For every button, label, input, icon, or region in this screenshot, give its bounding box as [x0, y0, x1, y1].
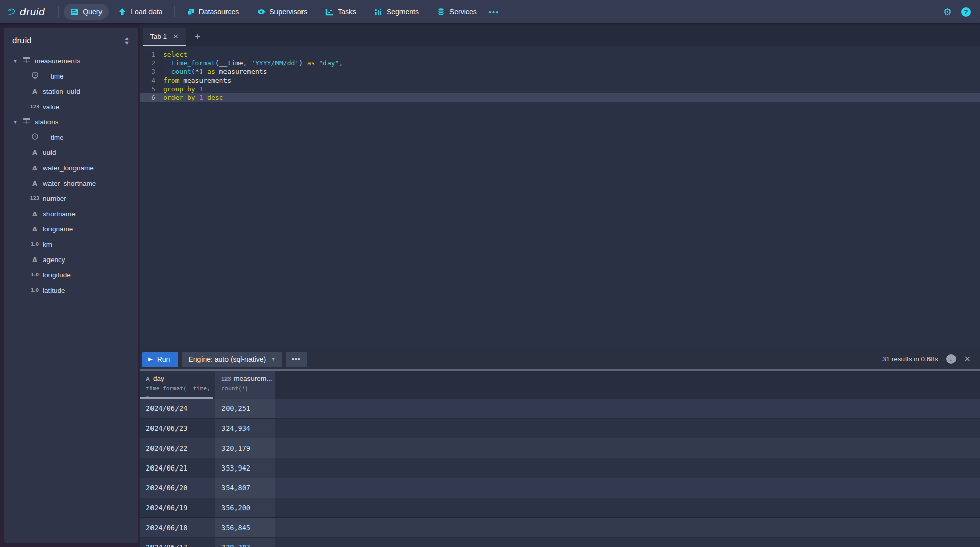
sort-columns-icon[interactable]: ▲▼	[124, 36, 130, 45]
column-header-measurem-[interactable]: 123measurem...count(*)	[215, 371, 275, 399]
table-row: 2024/06/17330,387	[140, 538, 980, 547]
chevron-down-icon[interactable]: ▼	[11, 119, 19, 125]
druid-logo[interactable]: druid	[0, 6, 53, 18]
code-text: group by 1	[163, 85, 203, 93]
nav-divider	[58, 6, 59, 17]
table-cell[interactable]: 2024/06/22	[140, 438, 215, 458]
column-expression: count(*)	[221, 385, 275, 392]
code-line-3: 3 count(*) as measurements	[140, 67, 980, 76]
nav-item-label: Supervisors	[269, 8, 307, 16]
tree-column-label: __time	[43, 72, 64, 80]
tree-column-label: water_shortname	[43, 179, 96, 187]
tree-column-__time[interactable]: __time	[4, 68, 138, 84]
float-type-icon: 1.0	[29, 272, 41, 277]
supervisors-icon	[257, 8, 265, 16]
tree-column-__time[interactable]: __time	[4, 129, 138, 145]
schema-name: druid	[12, 36, 32, 46]
table-cell[interactable]: 2024/06/21	[140, 458, 215, 478]
nav-item-label: Load data	[131, 8, 162, 16]
column-expression: time_format(__time, …	[146, 385, 215, 399]
download-icon[interactable]: ↓	[946, 354, 956, 364]
tree-column-label: latitude	[43, 286, 65, 294]
sql-editor[interactable]: 1select2 time_format(__time, 'YYYY/MM/dd…	[140, 46, 980, 350]
segments-icon	[374, 8, 383, 16]
tree-table-measurements[interactable]: ▼measurements	[4, 53, 138, 68]
string-type-icon: A	[29, 88, 41, 95]
tree-column-shortname[interactable]: Ashortname	[4, 206, 138, 221]
tree-column-agency[interactable]: Aagency	[4, 252, 138, 267]
nav-item-supervisors[interactable]: Supervisors	[250, 4, 314, 20]
load-data-icon	[118, 8, 127, 16]
table-cell[interactable]: 324,934	[215, 419, 275, 438]
tab-close-icon[interactable]: ✕	[173, 33, 179, 40]
schema-tree: ▼measurements__timeAstation_uuid123value…	[4, 51, 138, 298]
tree-column-uuid[interactable]: Auuid	[4, 145, 138, 160]
code-line-4: 4from measurements	[140, 76, 980, 85]
tree-column-longname[interactable]: Alongname	[4, 221, 138, 237]
gear-icon[interactable]: ⚙	[943, 7, 952, 17]
tree-table-stations[interactable]: ▼stations	[4, 114, 138, 129]
tree-column-label: number	[43, 195, 66, 202]
table-cell[interactable]: 2024/06/17	[140, 538, 215, 547]
tree-column-label: longitude	[43, 271, 71, 279]
table-cell[interactable]: 320,179	[215, 438, 275, 458]
tasks-icon	[325, 8, 334, 16]
tab-tab1[interactable]: Tab 1 ✕	[143, 28, 186, 46]
nav-more-icon[interactable]: •••	[484, 8, 505, 16]
chevron-down-icon[interactable]: ▼	[11, 58, 19, 64]
tree-table-label: stations	[35, 118, 59, 126]
table-cell[interactable]: 2024/06/23	[140, 419, 215, 438]
code-text: count(*) as measurements	[163, 67, 267, 76]
tree-column-value[interactable]: 123value	[4, 99, 138, 114]
tree-column-label: water_longname	[43, 164, 94, 172]
tree-column-station_uuid[interactable]: Astation_uuid	[4, 84, 138, 99]
table-row: 2024/06/23324,934	[140, 419, 980, 438]
column-header-day[interactable]: Adaytime_format(__time, …	[140, 371, 215, 399]
nav-item-load-data[interactable]: Load data	[112, 4, 169, 20]
string-type-icon: A	[29, 210, 41, 218]
table-row: 2024/06/21353,942	[140, 458, 980, 478]
float-type-icon: 1.0	[29, 242, 41, 247]
new-tab-icon[interactable]: ＋	[186, 30, 210, 46]
tree-column-latitude[interactable]: 1.0latitude	[4, 282, 138, 298]
table-cell[interactable]: 2024/06/20	[140, 478, 215, 498]
tree-column-number[interactable]: 123number	[4, 191, 138, 206]
table-cell[interactable]: 353,942	[215, 458, 275, 478]
tree-column-longitude[interactable]: 1.0longitude	[4, 267, 138, 282]
tree-column-water_longname[interactable]: Awater_longname	[4, 160, 138, 175]
table-cell[interactable]: 200,251	[215, 399, 275, 418]
run-button[interactable]: ▶ Run	[142, 352, 178, 367]
play-icon: ▶	[148, 356, 153, 362]
table-cell[interactable]: 356,200	[215, 498, 275, 517]
text-cursor	[223, 94, 223, 101]
tree-column-km[interactable]: 1.0km	[4, 237, 138, 252]
tree-column-label: shortname	[43, 210, 76, 218]
nav-item-label: Services	[449, 8, 477, 16]
code-line-5: 5group by 1	[140, 85, 980, 93]
tree-column-label: agency	[43, 256, 65, 264]
table-cell[interactable]: 2024/06/19	[140, 498, 215, 517]
table-cell[interactable]: 330,387	[215, 538, 275, 547]
table-cell[interactable]: 356,845	[215, 518, 275, 537]
nav-item-services[interactable]: Services	[431, 4, 484, 20]
engine-select[interactable]: Engine: auto (sql-native) ▼	[182, 352, 282, 367]
code-line-2: 2 time_format(__time, 'YYYY/MM/dd') as "…	[140, 59, 980, 67]
nav-item-segments[interactable]: Segments	[368, 4, 425, 20]
string-type-icon: A	[29, 256, 41, 264]
line-number: 6	[140, 93, 163, 102]
help-icon[interactable]: ?	[961, 7, 971, 17]
table-cell[interactable]: 354,807	[215, 478, 275, 498]
number-type-icon: 123	[221, 376, 231, 382]
nav-item-query[interactable]: Query	[64, 4, 109, 20]
table-row: 2024/06/24200,251	[140, 399, 980, 419]
nav-item-tasks[interactable]: Tasks	[319, 4, 363, 20]
string-type-icon: A	[29, 225, 41, 233]
table-cell[interactable]: 2024/06/18	[140, 518, 215, 537]
close-results-icon[interactable]: ✕	[964, 354, 971, 364]
query-more-button[interactable]: •••	[286, 352, 307, 367]
column-title: Aday	[146, 375, 215, 382]
results-body: 2024/06/24200,2512024/06/23324,9342024/0…	[140, 399, 980, 547]
table-cell[interactable]: 2024/06/24	[140, 399, 215, 418]
nav-item-datasources[interactable]: Datasources	[180, 4, 246, 20]
tree-column-water_shortname[interactable]: Awater_shortname	[4, 175, 138, 191]
